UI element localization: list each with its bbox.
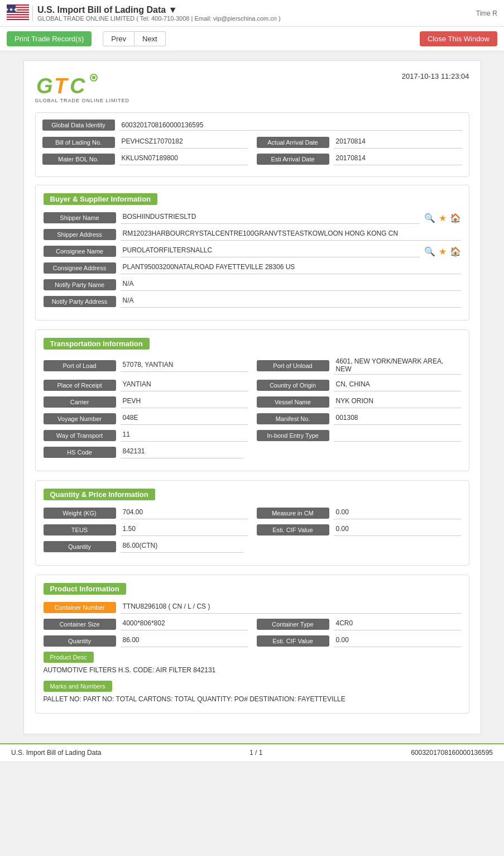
port-of-load-value: 57078, YANTIAN bbox=[121, 360, 248, 372]
country-of-origin-label: Country of Origin bbox=[257, 380, 329, 391]
svg-text:G: G bbox=[36, 74, 53, 98]
master-bol-row: Mater BOL No. KKLUSN07189800 Esti Arriva… bbox=[42, 153, 462, 165]
app-subtitle: GLOBAL TRADE ONLINE LIMITED ( Tel: 400-7… bbox=[37, 15, 476, 22]
time-label: Time R bbox=[476, 9, 497, 17]
bol-value: PEVHCSZ17070182 bbox=[119, 136, 248, 149]
product-desc-button[interactable]: Product Desc bbox=[44, 652, 94, 663]
container-size-half: Container Size 4000*806*802 bbox=[44, 618, 248, 630]
buyer-supplier-card: Buyer & Supplier Information Shipper Nam… bbox=[35, 185, 469, 321]
country-origin-half: Country of Origin CN, CHINA bbox=[257, 379, 461, 391]
container-type-value: 4CR0 bbox=[334, 618, 461, 630]
global-identity-value: 6003201708160000136595 bbox=[119, 120, 462, 131]
weight-label: Weight (KG) bbox=[44, 508, 116, 519]
product-info-card: Product Information Container Number TTN… bbox=[35, 575, 469, 714]
logo-subtitle: GLOBAL TRADE ONLINE LIMITED bbox=[35, 98, 130, 103]
flag-icon: ★★★ bbox=[7, 4, 29, 22]
marks-section: Marks and Numbers PALLET NO: PART NO: TO… bbox=[44, 676, 461, 703]
product-quantity-label: Quantity bbox=[44, 635, 116, 647]
notify-party-name-value: N/A bbox=[121, 279, 461, 291]
container-number-label: Container Number bbox=[44, 602, 116, 613]
quantity-price-header: Quantity & Price Information bbox=[44, 489, 155, 500]
shipper-search-icon[interactable]: 🔍 bbox=[424, 213, 435, 223]
product-quantity-value: 86.00 bbox=[121, 635, 248, 647]
voyage-number-label: Voyage Number bbox=[44, 413, 116, 424]
voyage-half: Voyage Number 048E bbox=[44, 413, 248, 425]
page-content: G T C GLOBAL TRADE ONLINE LIMITED 2017-1… bbox=[23, 60, 481, 734]
product-desc-text: AUTOMOTIVE FILTERS H.S. CODE: AIR FILTER… bbox=[44, 666, 461, 674]
marks-button[interactable]: Marks and Numbers bbox=[44, 681, 112, 692]
app-title-area: U.S. Import Bill of Lading Data ▼ GLOBAL… bbox=[37, 5, 476, 22]
product-esti-cif-label: Esti. CIF Value bbox=[257, 635, 329, 647]
notify-party-address-row: Notify Party Address N/A bbox=[44, 295, 461, 308]
notify-party-name-label: Notify Party Name bbox=[44, 279, 116, 290]
product-cif-half: Esti. CIF Value 0.00 bbox=[257, 635, 461, 647]
svg-rect-5 bbox=[7, 15, 29, 16]
svg-rect-6 bbox=[7, 18, 29, 19]
master-bol-half: Mater BOL No. KKLUSN07189800 bbox=[42, 153, 248, 165]
quantity-label: Quantity bbox=[44, 541, 116, 552]
teus-cif-row: TEUS 1.50 Esti. CIF Value 0.00 bbox=[44, 524, 461, 536]
manifest-no-label: Manifest No. bbox=[257, 413, 329, 424]
svg-point-13 bbox=[92, 76, 95, 79]
container-type-label: Container Type bbox=[257, 619, 329, 630]
prev-button[interactable]: Prev bbox=[103, 31, 135, 46]
logo-graphic: G T C bbox=[35, 72, 102, 100]
shipper-name-row: Shipper Name BOSHIINDUSTRIESLTD 🔍 ★ 🏠 bbox=[44, 212, 461, 224]
container-size-type-row: Container Size 4000*806*802 Container Ty… bbox=[44, 618, 461, 630]
shipper-name-label: Shipper Name bbox=[44, 212, 116, 223]
print-button[interactable]: Print Trade Record(s) bbox=[7, 31, 92, 46]
hs-code-label: HS Code bbox=[44, 447, 116, 458]
container-number-row: Container Number TTNU8296108 ( CN / L / … bbox=[44, 601, 461, 614]
footer-page-label: U.S. Import Bill of Lading Data bbox=[11, 749, 101, 757]
consignee-search-icon[interactable]: 🔍 bbox=[424, 246, 435, 257]
global-data-card: Global Data Identity 6003201708160000136… bbox=[35, 112, 469, 177]
top-bar: ★★★ U.S. Import Bill of Lading Data ▼ GL… bbox=[0, 0, 504, 27]
footer-pagination: 1 / 1 bbox=[249, 749, 262, 757]
actual-arrival-value: 20170814 bbox=[334, 136, 462, 149]
shipper-home-icon[interactable]: 🏠 bbox=[450, 213, 461, 223]
shipper-address-value: RM12023HARBOURCRYSTALCENTRE100GRANVTSTEA… bbox=[121, 228, 461, 241]
next-button[interactable]: Next bbox=[135, 31, 166, 46]
global-identity-row: Global Data Identity 6003201708160000136… bbox=[42, 119, 462, 131]
bol-label: Bill of Lading No. bbox=[42, 137, 115, 148]
shipper-address-row: Shipper Address RM12023HARBOURCRYSTALCEN… bbox=[44, 228, 461, 241]
measure-label: Measure in CM bbox=[257, 508, 329, 519]
consignee-address-row: Consignee Address PLANT95003200NATALROAD… bbox=[44, 262, 461, 274]
quantity-value: 86.00(CTN) bbox=[121, 541, 243, 553]
country-of-origin-value: CN, CHINA bbox=[334, 379, 461, 391]
consignee-icons: 🔍 ★ 🏠 bbox=[424, 246, 461, 257]
place-of-receipt-label: Place of Receipt bbox=[44, 380, 116, 391]
logo-area: G T C GLOBAL TRADE ONLINE LIMITED bbox=[35, 72, 130, 103]
bol-row: Bill of Lading No. PEVHCSZ17070182 Actua… bbox=[42, 136, 462, 149]
esti-arrival-half: Esti Arrival Date 20170814 bbox=[257, 153, 462, 165]
consignee-name-value: PUROLATORFILTERSNALLC bbox=[121, 245, 420, 257]
teus-half: TEUS 1.50 bbox=[44, 524, 248, 536]
footer-record-id: 6003201708160000136595 bbox=[411, 749, 493, 757]
way-of-transport-label: Way of Transport bbox=[44, 430, 116, 441]
container-size-value: 4000*806*802 bbox=[121, 618, 248, 630]
product-qty-half: Quantity 86.00 bbox=[44, 635, 248, 647]
manifest-half: Manifest No. 001308 bbox=[257, 413, 461, 425]
quantity-price-card: Quantity & Price Information Weight (KG)… bbox=[35, 480, 469, 566]
esti-arrival-value: 20170814 bbox=[334, 153, 462, 165]
product-desc-section: Product Desc AUTOMOTIVE FILTERS H.S. COD… bbox=[44, 652, 461, 674]
buyer-supplier-header: Buyer & Supplier Information bbox=[44, 193, 158, 205]
shipper-star-icon[interactable]: ★ bbox=[439, 213, 447, 223]
close-window-button[interactable]: Close This Window bbox=[420, 31, 497, 46]
marks-text: PALLET NO: PART NO: TOTAL CARTONS: TOTAL… bbox=[44, 695, 461, 703]
carrier-vessel-row: Carrier PEVH Vessel Name NYK ORION bbox=[44, 396, 461, 408]
voyage-manifest-row: Voyage Number 048E Manifest No. 001308 bbox=[44, 413, 461, 425]
esti-cif-half: Esti. CIF Value 0.00 bbox=[257, 524, 461, 536]
notify-party-address-label: Notify Party Address bbox=[44, 296, 116, 307]
consignee-star-icon[interactable]: ★ bbox=[439, 246, 447, 257]
inbond-entry-value bbox=[334, 429, 461, 442]
esti-cif-value: 0.00 bbox=[334, 524, 461, 536]
master-bol-value: KKLUSN07189800 bbox=[119, 153, 248, 165]
container-type-half: Container Type 4CR0 bbox=[257, 618, 461, 630]
consignee-name-row: Consignee Name PUROLATORFILTERSNALLC 🔍 ★… bbox=[44, 245, 461, 257]
port-load-unload-row: Port of Load 57078, YANTIAN Port of Unlo… bbox=[44, 356, 461, 375]
port-of-unload-value: 4601, NEW YORK/NEWARK AREA, NEW bbox=[334, 356, 461, 375]
toolbar: Print Trade Record(s) Prev Next Close Th… bbox=[0, 27, 504, 51]
consignee-home-icon[interactable]: 🏠 bbox=[450, 246, 461, 257]
weight-value: 704.00 bbox=[121, 507, 248, 519]
